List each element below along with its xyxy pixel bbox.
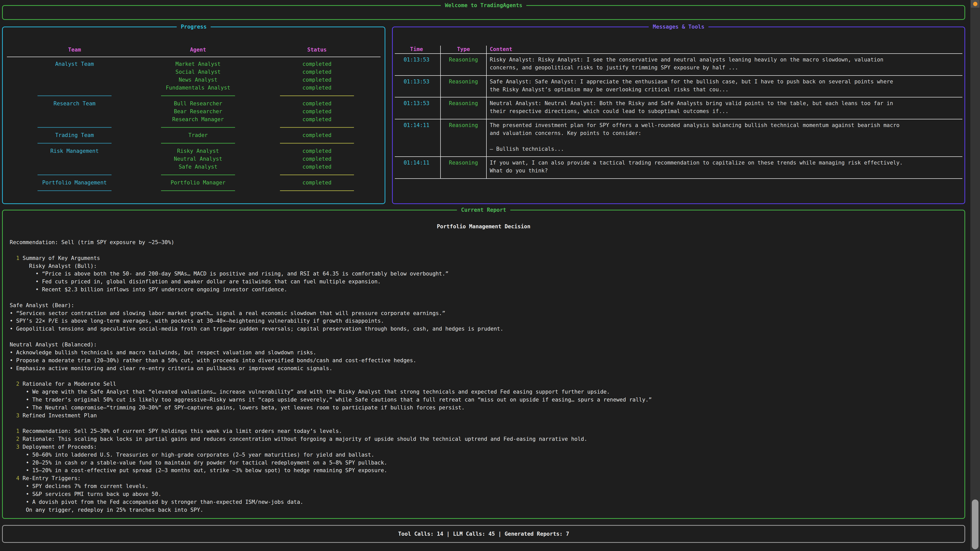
report-line-text: Recommendation: Sell 25–30% of current S… xyxy=(23,428,342,434)
report-line-text: Deployment of Proceeds: xyxy=(23,444,97,450)
report-line-text: Refined Investment Plan xyxy=(23,413,97,419)
progress-table: Team Agent Status Analyst TeamMarket Ana… xyxy=(3,27,385,195)
list-number: 2 xyxy=(16,436,22,442)
progress-row: News Analystcompleted xyxy=(3,76,385,84)
report-line: • 20–25% in cash or a stable-value fund … xyxy=(10,459,957,467)
progress-row: Risk ManagementRisky Analystcompleted xyxy=(3,147,385,155)
agent-cell: Trader xyxy=(146,131,250,139)
report-line-text: Re-Entry Triggers: xyxy=(23,475,81,481)
progress-panel-title: Progress xyxy=(177,23,210,31)
report-line-text: • 20–25% in cash or a stable-value fund … xyxy=(26,460,387,466)
stats-text: Tool Calls: 14 | LLM Calls: 45 | Generat… xyxy=(398,531,569,537)
report-line-text: • We agree with the Safe Analyst that “e… xyxy=(26,389,610,395)
report-line: Risky Analyst (Bull): xyxy=(10,262,957,270)
message-time: 01:14:11 xyxy=(393,119,441,156)
progress-row: Bear Researchercompleted xyxy=(3,108,385,116)
report-blank-line xyxy=(10,419,957,427)
report-line-text: • SPY’s 22× P/E is above long-term avera… xyxy=(10,318,384,324)
report-line-text: • Acknowledge bullish technicals and mac… xyxy=(10,349,316,356)
scrollbar-thumb[interactable] xyxy=(972,499,978,549)
report-line-text: • Propose a moderate trim (20–30%) rathe… xyxy=(10,357,416,364)
report-line: 3 Refined Investment Plan xyxy=(10,412,957,420)
message-row: 01:14:11ReasoningIf you want, I can also… xyxy=(393,157,964,178)
team-cell: Analyst Team xyxy=(3,60,146,68)
progress-row: Safe Analystcompleted xyxy=(3,163,385,171)
message-content: Neutral Analyst: Neutral Analyst: Both t… xyxy=(487,97,964,119)
scrollbar-top-button[interactable] xyxy=(971,0,980,8)
report-line: • Propose a moderate trim (20–30%) rathe… xyxy=(10,357,957,365)
report-line: 1 Summary of Key Arguments xyxy=(10,254,957,262)
agent-cell: Bear Researcher xyxy=(146,108,250,116)
progress-row: Portfolio ManagementPortfolio Managercom… xyxy=(3,179,385,187)
report-line-text: • 15–20% in a cost-effective put spread … xyxy=(26,467,387,473)
message-content: The presented investment plan for SPY of… xyxy=(487,119,964,156)
message-time: 01:13:53 xyxy=(393,97,441,119)
agent-cell: Market Analyst xyxy=(146,60,250,68)
report-line-text: On any trigger, redeploy in 25% tranches… xyxy=(26,507,203,513)
status-cell: completed xyxy=(250,179,384,187)
status-cell: completed xyxy=(250,147,384,155)
report-line: 3 Deployment of Proceeds: xyxy=(10,443,957,451)
report-line-text: • S&P services PMI turns back up above 5… xyxy=(26,491,161,497)
progress-table-header: Team Agent Status xyxy=(3,46,385,54)
report-line-text: • Geopolitical tensions and speculative … xyxy=(10,326,503,332)
report-line: • S&P services PMI turns back up above 5… xyxy=(10,490,957,498)
report-line-text: Neutral Analyst (Balanced): xyxy=(10,341,97,348)
message-row: 01:13:53ReasoningNeutral Analyst: Neutra… xyxy=(393,97,964,119)
message-time: 01:13:53 xyxy=(393,76,441,97)
report-line-text: • 50–60% into laddered U.S. Treasuries o… xyxy=(26,452,374,458)
agent-cell: Research Manager xyxy=(146,116,250,124)
report-line: • Recent $2.3 billion inflows into SPY u… xyxy=(10,286,957,294)
report-line: • A dovish pivot from the Fed accompanie… xyxy=(10,498,957,506)
report-line: Recommendation: Sell (trim SPY exposure … xyxy=(10,238,957,246)
report-line: • Fed cuts priced in, global disinflatio… xyxy=(10,278,957,286)
agent-cell: News Analyst xyxy=(146,76,250,84)
message-time: 01:13:53 xyxy=(393,54,441,75)
report-line-text: Rationale for a Moderate Sell xyxy=(23,381,116,387)
report-heading: Portfolio Management Decision xyxy=(3,223,964,230)
message-type: Reasoning xyxy=(441,157,487,178)
messages-table-header: Time Type Content xyxy=(393,46,964,53)
progress-row: Research Managercompleted xyxy=(3,116,385,124)
report-line: • Geopolitical tensions and speculative … xyxy=(10,325,957,333)
progress-table-body: Analyst TeamMarket AnalystcompletedSocia… xyxy=(3,60,385,195)
status-cell: completed xyxy=(250,68,384,76)
agent-cell: Bull Researcher xyxy=(146,100,250,108)
current-report-panel: Current Report Portfolio Management Deci… xyxy=(2,210,965,519)
team-cell: Trading Team xyxy=(3,131,146,139)
row-separator xyxy=(395,178,963,179)
message-content: Safe Analyst: Safe Analyst: I appreciate… xyxy=(487,76,964,97)
column-header-time: Time xyxy=(393,46,441,53)
status-cell: completed xyxy=(250,84,384,92)
message-time: 01:14:11 xyxy=(393,157,441,178)
stats-footer: Tool Calls: 14 | LLM Calls: 45 | Generat… xyxy=(2,525,965,543)
column-header-status: Status xyxy=(250,47,384,53)
report-line-text: • The trader’s original 50% cut is likel… xyxy=(26,397,652,403)
report-line-text: Risky Analyst (Bull): xyxy=(29,263,97,269)
column-header-type: Type xyxy=(441,46,487,53)
report-line: 1 Recommendation: Sell 25–30% of current… xyxy=(10,427,957,435)
messages-panel-title: Messages & Tools xyxy=(649,23,708,31)
group-separator xyxy=(3,124,385,131)
report-line: • The trader’s original 50% cut is likel… xyxy=(10,396,957,404)
report-line: Neutral Analyst (Balanced): xyxy=(10,341,957,349)
message-row: 01:13:53ReasoningRisky Analyst: Risky An… xyxy=(393,54,964,75)
progress-panel: Progress Team Agent Status Analyst TeamM… xyxy=(2,27,385,204)
report-body: Recommendation: Sell (trim SPY exposure … xyxy=(3,238,964,514)
report-blank-line xyxy=(10,294,957,302)
status-cell: completed xyxy=(250,131,384,139)
scrollbar-track[interactable] xyxy=(970,0,980,551)
message-type: Reasoning xyxy=(441,119,487,156)
report-line-text: • SPY declines 7% from current levels. xyxy=(26,483,148,489)
group-separator xyxy=(3,92,385,100)
list-number: 3 xyxy=(16,444,22,450)
message-type: Reasoning xyxy=(441,97,487,119)
agent-cell: Risky Analyst xyxy=(146,147,250,155)
messages-tools-panel: Messages & Tools Time Type Content 01:13… xyxy=(392,27,965,204)
report-blank-line xyxy=(10,333,957,341)
report-panel-title: Current Report xyxy=(457,206,510,214)
welcome-title: Welcome to TradingAgents xyxy=(441,1,526,10)
list-number: 4 xyxy=(16,475,22,481)
column-header-team: Team xyxy=(3,47,146,53)
message-content: Risky Analyst: Risky Analyst: I see the … xyxy=(487,54,964,75)
